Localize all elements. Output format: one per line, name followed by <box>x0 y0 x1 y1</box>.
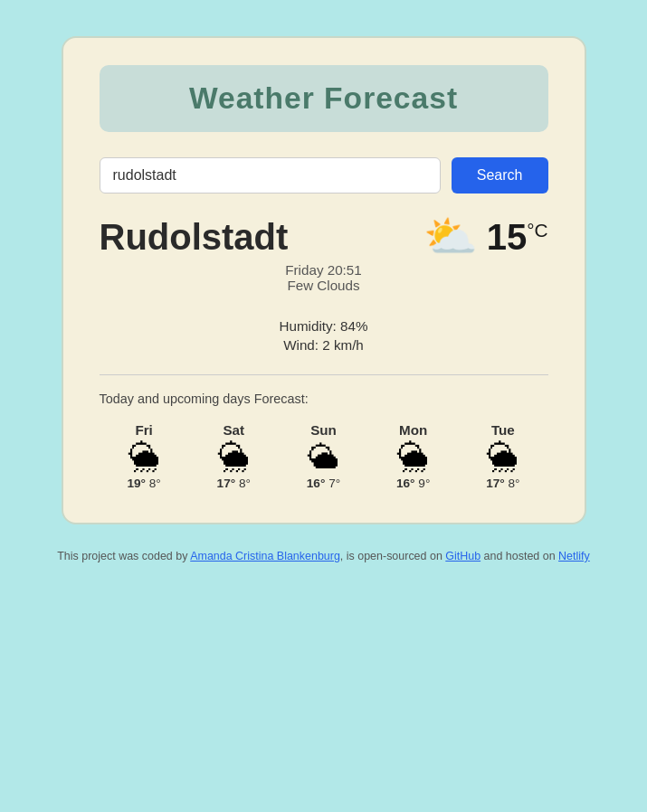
forecast-day-icon: 🌦 <box>487 441 519 473</box>
condition-text: Few Clouds <box>100 278 548 293</box>
forecast-day-temps: 17° 8° <box>217 477 251 490</box>
forecast-day: Sun🌥16° 7° <box>307 422 340 490</box>
forecast-day-icon: 🌦 <box>128 441 160 473</box>
forecast-day-label: Sat <box>223 422 244 438</box>
search-row: Search <box>100 157 548 194</box>
search-button[interactable]: Search <box>452 157 548 194</box>
forecast-day-temps: 16° 9° <box>396 477 430 490</box>
forecast-day-label: Tue <box>491 422 515 438</box>
city-block: Rudolstadt <box>100 217 289 258</box>
date-time: Friday 20:51 <box>100 262 548 278</box>
temp-block: ⛅ 15°C <box>423 215 548 259</box>
app-title: Weather Forecast <box>118 81 530 116</box>
forecast-low: 8° <box>509 477 520 490</box>
temp-number: 15 <box>487 217 528 257</box>
footer-netlify-link[interactable]: Netlify <box>558 550 590 562</box>
footer: This project was coded by Amanda Cristin… <box>57 550 589 562</box>
forecast-high: 19° <box>127 477 146 490</box>
forecast-day-temps: 19° 8° <box>127 477 160 490</box>
forecast-high: 16° <box>396 477 415 490</box>
forecast-low: 8° <box>239 477 251 490</box>
title-bar: Weather Forecast <box>100 65 548 132</box>
temp-unit: °C <box>527 219 547 240</box>
footer-text-before: This project was coded by <box>57 550 190 562</box>
city-name: Rudolstadt <box>100 217 289 258</box>
forecast-day-temps: 17° 8° <box>486 477 519 490</box>
forecast-high: 17° <box>486 477 505 490</box>
forecast-day-icon: 🌦 <box>397 441 429 473</box>
humidity-label: Humidity: 84% <box>100 318 548 334</box>
forecast-day: Sat🌦17° 8° <box>217 422 251 490</box>
footer-author-link[interactable]: Amanda Cristina Blankenburg <box>190 550 340 562</box>
forecast-day: Fri🌦19° 8° <box>127 422 160 490</box>
footer-github-link[interactable]: GitHub <box>445 550 480 562</box>
search-input[interactable] <box>100 157 441 194</box>
forecast-day-label: Mon <box>399 422 427 438</box>
date-description: Friday 20:51 Few Clouds <box>100 262 548 293</box>
weather-main: Rudolstadt ⛅ 15°C <box>100 215 548 259</box>
weather-card: Weather Forecast Search Rudolstadt ⛅ 15°… <box>62 36 586 524</box>
footer-text-after: and hosted on <box>480 550 558 562</box>
footer-text-middle: , is open-sourced on <box>340 550 445 562</box>
forecast-title: Today and upcoming days Forecast: <box>100 392 548 406</box>
forecast-low: 7° <box>328 477 340 490</box>
forecast-high: 17° <box>217 477 236 490</box>
weather-details: Humidity: 84% Wind: 2 km/h <box>100 318 548 353</box>
forecast-day-icon: 🌦 <box>218 441 250 473</box>
forecast-day-temps: 16° 7° <box>307 477 340 490</box>
forecast-day: Mon🌦16° 9° <box>396 422 430 490</box>
forecast-day: Tue🌦17° 8° <box>486 422 519 490</box>
forecast-day-icon: 🌥 <box>308 441 339 473</box>
forecast-high: 16° <box>307 477 326 490</box>
forecast-low: 9° <box>418 477 430 490</box>
forecast-low: 8° <box>149 477 161 490</box>
forecast-day-label: Fri <box>135 422 152 438</box>
forecast-day-label: Sun <box>310 422 337 438</box>
forecast-row: Fri🌦19° 8°Sat🌦17° 8°Sun🌥16° 7°Mon🌦16° 9°… <box>100 422 548 490</box>
wind-label: Wind: 2 km/h <box>100 337 548 353</box>
divider <box>100 374 548 375</box>
temperature-value: 15°C <box>487 217 548 258</box>
weather-icon-main: ⛅ <box>423 215 478 259</box>
